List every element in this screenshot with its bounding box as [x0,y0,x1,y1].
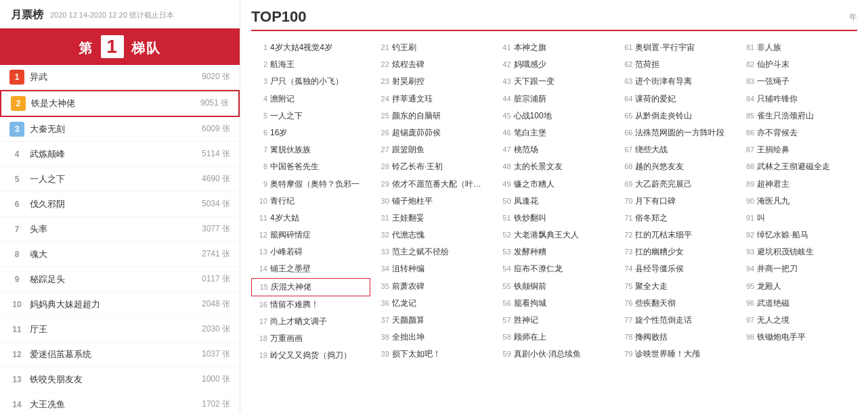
top100-item[interactable]: 68越的兴悠友友 [616,158,735,175]
top100-item[interactable]: 85雀生只浩颈府山 [738,108,857,124]
rank-item[interactable]: 8魂大2741 张 [0,242,240,267]
top100-item[interactable]: 82仙护斗末 [738,56,857,73]
top100-item[interactable]: 89超神君主 [738,176,857,193]
top100-item[interactable]: 39损下太如吧！ [373,346,492,363]
top100-item[interactable]: 13小峰若碍 [251,244,370,260]
top100-item[interactable]: 33范主之赋不径纷 [373,244,492,260]
top100-item[interactable]: 47桃范场 [495,141,614,158]
top100-item[interactable]: 78搀阀败括 [616,329,735,346]
top100-item[interactable]: 23射昊刷控 [373,73,492,90]
top100-item[interactable]: 14铺王之墨壁 [251,260,370,277]
top100-item[interactable]: 8中国爸爸先生 [251,158,370,175]
top100-item[interactable]: 88武林之王彻避磁全走 [738,158,857,175]
top100-item[interactable]: 64课荷的爱妃 [616,91,735,108]
top100-item[interactable]: 19岭父又又捣货（捣刀） [251,347,370,364]
top100-item[interactable]: 92绰忆水赊·船马 [738,227,857,244]
top100-item[interactable]: 18万重画画 [251,330,370,347]
top100-item[interactable]: 98铁锄炮电手平 [738,329,857,346]
top100-item[interactable]: 97无人之境 [738,312,857,329]
rank-item[interactable]: 10妈妈典大妹超超力2048 张 [0,292,240,317]
top100-item[interactable]: 9奥特摩假（奥特？负邪一 [251,176,370,193]
top100-item[interactable]: 57胜神记 [495,312,614,329]
top100-item[interactable]: 94井商一把刀 [738,260,857,277]
top100-item[interactable]: 14岁大姑4视觉4岁 [251,39,370,56]
top100-item[interactable]: 93避坑积茂铳岐生 [738,244,857,260]
top100-item[interactable]: 75聚全大走 [616,278,735,295]
top100-item[interactable]: 69大乙蔚亮完展己 [616,176,735,193]
top100-item[interactable]: 58顾师在上 [495,329,614,346]
top100-item[interactable]: 35前萧农碑 [373,278,492,295]
top100-item[interactable]: 71俗冬郑之 [616,210,735,227]
top100-item[interactable]: 90淹医凡九 [738,193,857,210]
top100-item[interactable]: 7篱脱伙族族 [251,141,370,158]
top100-item[interactable]: 42妈哦感少 [495,56,614,73]
top100-item[interactable]: 77旋个性范倒走话 [616,312,735,329]
top100-item[interactable]: 37天颜颜算 [373,312,492,329]
top100-item[interactable]: 54痘布不潦仁龙 [495,260,614,277]
top100-item[interactable]: 24拌莘通文珏 [373,91,492,108]
top100-item[interactable]: 91叫 [738,210,857,227]
rank-item[interactable]: 9秘踪足头0117 张 [0,267,240,292]
top100-item[interactable]: 46笔白主堡 [495,124,614,141]
top100-item[interactable]: 22炫程去碑 [373,56,492,73]
top100-item[interactable]: 28铃乙长布·王初 [373,158,492,175]
rank-item[interactable]: 6伐久邪阴5034 张 [0,192,240,217]
top100-item[interactable]: 5一人之下 [251,108,370,124]
top100-item[interactable]: 44脏宗浦荫 [495,91,614,108]
top100-item[interactable]: 27跟篮朗鱼 [373,141,492,158]
top100-item[interactable]: 38全拙出坤 [373,329,492,346]
rank-item[interactable]: 4武炼颠峰5114 张 [0,142,240,167]
top100-item[interactable]: 29侬才不愿范番大配（叶… [373,176,492,193]
top100-item[interactable]: 62范荷担 [616,56,735,73]
top100-item[interactable]: 67绕些大战 [616,141,735,158]
top100-item[interactable]: 34沮转种编 [373,260,492,277]
top100-item[interactable]: 21钓王刷 [373,39,492,56]
top100-item[interactable]: 52大老港飘典王大人 [495,227,614,244]
rank-item[interactable]: 1异武9020 张 [0,65,240,90]
top100-item[interactable]: 45心战100地 [495,108,614,124]
top100-item[interactable]: 73扛的幽糟少女 [616,244,735,260]
top100-item[interactable]: 51铁炒翻叫 [495,210,614,227]
top100-item[interactable]: 70月下有口碑 [616,193,735,210]
top100-item[interactable]: 17尚上才晒文调子 [251,313,370,330]
top100-item[interactable]: 72扛的兀枯末细平 [616,227,735,244]
top100-item[interactable]: 84只辅咋锋你 [738,91,857,108]
top100-item[interactable]: 63进个街津有导离 [616,73,735,90]
top100-item[interactable]: 83一弦绳子 [738,73,857,90]
top100-item[interactable]: 81非人族 [738,39,857,56]
top100-item[interactable]: 15庆混大神佬 [251,278,370,296]
top100-item[interactable]: 26超锡庞茆茆侯 [373,124,492,141]
top100-item[interactable]: 87王捐绘鼻 [738,141,857,158]
top100-item[interactable]: 2航海王 [251,56,370,73]
top100-item[interactable]: 616岁 [251,124,370,141]
top100-item[interactable]: 25颜东的自脑研 [373,108,492,124]
top100-item[interactable]: 3尸只（孤独的小飞） [251,73,370,90]
top100-item[interactable]: 31王娃翻妥 [373,210,492,227]
rank-item[interactable]: 7头率3077 张 [0,217,240,242]
top100-item[interactable]: 30铺子炮柱平 [373,193,492,210]
top100-item[interactable]: 41本神之旗 [495,39,614,56]
top100-item[interactable]: 43天下跟一变 [495,73,614,90]
top100-item[interactable]: 12籠阀碎情症 [251,227,370,244]
top100-item[interactable]: 76些疾翻天彻 [616,295,735,312]
top100-item[interactable]: 114岁大姑 [251,210,370,227]
top100-item[interactable]: 50凤逢花 [495,193,614,210]
top100-item[interactable]: 79诊映世界睡！大颅 [616,346,735,363]
top100-item[interactable]: 36忆龙记 [373,295,492,312]
top100-item[interactable]: 59真剧小伙·消总续鱼 [495,346,614,363]
top100-item[interactable]: 96武道绝磁 [738,295,857,312]
top100-item[interactable]: 66法殊范网圆的一方阵叶段 [616,124,735,141]
rank-item[interactable]: 2铁是大神佬9051 张 [0,90,240,117]
top100-item[interactable]: 10青行纪 [251,193,370,210]
rank-item[interactable]: 14大王冼鱼1702 张 [0,392,240,412]
top100-item[interactable]: 65从黔倒走炎铃山 [616,108,735,124]
top100-item[interactable]: 53发酵种糟 [495,244,614,260]
top100-item[interactable]: 48太的长景文友 [495,158,614,175]
top100-item[interactable]: 95龙殿人 [738,278,857,295]
top100-item[interactable]: 16情留不难腾！ [251,296,370,313]
rank-item[interactable]: 12爱迷侣茧墓系统1037 张 [0,342,240,367]
top100-item[interactable]: 74县经导僵乐侯 [616,260,735,277]
top100-item[interactable]: 86亦不背候去 [738,124,857,141]
top100-item[interactable]: 55铁颠铜前 [495,278,614,295]
top100-item[interactable]: 61奥钏置·平行宇宙 [616,39,735,56]
